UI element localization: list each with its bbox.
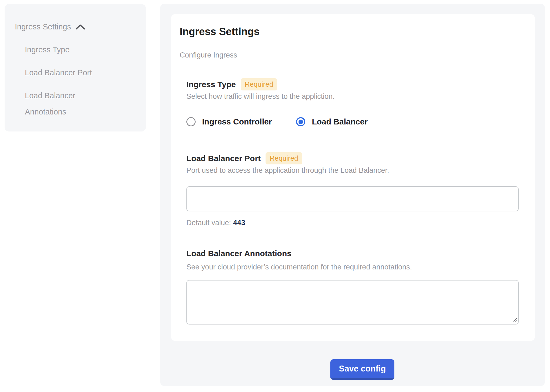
sidebar-item-ingress-type[interactable]: Ingress Type xyxy=(25,42,114,58)
lb-annotations-textarea[interactable] xyxy=(186,280,519,325)
default-value-number: 443 xyxy=(233,219,245,227)
sidebar-subitems: Ingress Type Load Balancer Port Load Bal… xyxy=(25,42,138,120)
lb-annotations-label-row: Load Balancer Annotations xyxy=(186,249,291,258)
radio-label: Ingress Controller xyxy=(202,117,272,126)
radio-icon[interactable] xyxy=(186,117,196,126)
lb-port-label-row: Load Balancer Port Required xyxy=(186,152,302,164)
lb-port-input[interactable] xyxy=(186,186,519,211)
settings-sidebar: Ingress Settings Ingress Type Load Balan… xyxy=(5,4,146,131)
sidebar-section-ingress-settings[interactable]: Ingress Settings xyxy=(15,18,138,35)
required-badge: Required xyxy=(241,78,277,90)
main-panel: Ingress Settings Configure Ingress Ingre… xyxy=(160,4,545,386)
lb-port-description: Port used to access the application thro… xyxy=(186,166,389,175)
ingress-type-label-row: Ingress Type Required xyxy=(186,78,277,90)
page-title: Ingress Settings xyxy=(180,26,260,38)
ingress-type-label: Ingress Type xyxy=(186,80,236,89)
lb-port-default-value: Default value: 443 xyxy=(186,219,245,227)
sidebar-section-label: Ingress Settings xyxy=(15,19,71,35)
radio-label: Load Balancer xyxy=(312,117,368,126)
lb-port-label: Load Balancer Port xyxy=(186,154,261,163)
radio-option-ingress-controller[interactable]: Ingress Controller xyxy=(186,117,272,126)
ingress-type-description: Select how traffic will ingress to the a… xyxy=(186,92,335,101)
lb-annotations-label: Load Balancer Annotations xyxy=(186,249,291,258)
chevron-up-icon[interactable] xyxy=(75,19,85,35)
required-badge: Required xyxy=(266,152,302,164)
page: Ingress Settings Ingress Type Load Balan… xyxy=(0,0,550,392)
radio-icon[interactable] xyxy=(296,117,305,126)
default-value-prefix: Default value: xyxy=(186,219,231,227)
save-config-button[interactable]: Save config xyxy=(330,359,394,380)
sidebar-item-load-balancer-port[interactable]: Load Balancer Port xyxy=(25,65,114,81)
sidebar-item-load-balancer-annotations[interactable]: Load Balancer Annotations xyxy=(25,87,114,120)
radio-option-load-balancer[interactable]: Load Balancer xyxy=(296,117,368,126)
ingress-settings-card: Ingress Settings Configure Ingress Ingre… xyxy=(171,14,535,341)
ingress-type-radio-group: Ingress Controller Load Balancer xyxy=(186,117,368,126)
lb-annotations-field xyxy=(186,280,519,325)
page-subtitle: Configure Ingress xyxy=(180,51,237,59)
lb-annotations-description: See your cloud provider’s documentation … xyxy=(186,263,412,271)
